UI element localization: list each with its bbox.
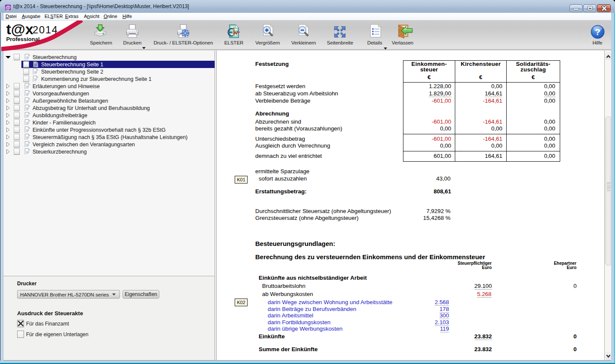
svg-text:?: ? — [595, 27, 600, 37]
